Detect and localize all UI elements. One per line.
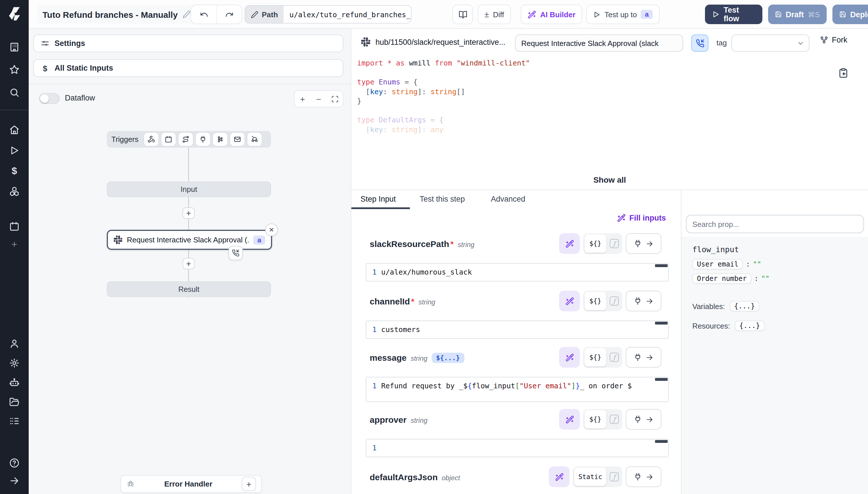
variables-expand-chip[interactable]: {...} — [730, 301, 760, 311]
websocket-trigger-icon[interactable] — [196, 133, 210, 146]
hub-script-path[interactable]: hub/11500/slack/request_interactive... — [361, 37, 506, 46]
docs-book-button[interactable] — [452, 5, 473, 24]
function-mode-icon[interactable]: ƒ — [607, 469, 621, 485]
function-mode-icon[interactable]: ƒ — [607, 235, 621, 252]
folders-icon[interactable] — [9, 397, 20, 407]
resources-expand-chip[interactable]: {...} — [735, 321, 765, 331]
field-value-editor[interactable]: 1 Refund request by _${flow_input["User … — [366, 377, 669, 402]
ai-fill-button[interactable] — [559, 347, 580, 368]
schedules-calendar-icon[interactable] — [9, 221, 20, 231]
path-label[interactable]: Path — [245, 6, 283, 23]
add-step-button-bottom[interactable]: + — [182, 258, 195, 269]
tab-step-input[interactable]: Step Input — [360, 195, 396, 203]
create-plus-icon[interactable]: + — [9, 239, 20, 249]
runs-icon[interactable] — [9, 145, 20, 156]
windmill-logo-icon[interactable] — [6, 6, 22, 22]
expand-rail-arrow-icon[interactable] — [9, 476, 20, 486]
connect-input-button[interactable] — [626, 409, 661, 430]
ai-builder-button[interactable]: AI Builder — [521, 5, 583, 24]
copy-code-icon[interactable] — [838, 68, 848, 78]
user-icon[interactable] — [9, 338, 20, 349]
field-value-editor[interactable]: 1 customers — [366, 321, 669, 339]
poll-trigger-icon[interactable] — [248, 133, 262, 146]
field-value-editor[interactable]: 1 — [366, 439, 669, 457]
ai-fill-button[interactable] — [559, 409, 580, 430]
code-editor-preview[interactable]: import * as wmill from "windmill-client"… — [351, 59, 868, 190]
flow-input-root[interactable]: flow_input — [692, 245, 868, 254]
scrollbar-thumb[interactable] — [655, 322, 668, 325]
prop-key-chip[interactable]: User email — [692, 259, 743, 269]
favorites-star-icon[interactable] — [9, 64, 20, 75]
function-mode-icon[interactable]: ƒ — [607, 349, 621, 365]
static-mode-selected[interactable]: Static — [574, 468, 606, 486]
resources-boxes-icon[interactable] — [9, 186, 20, 196]
settings-gear-icon[interactable] — [9, 358, 20, 368]
tab-test-this-step[interactable]: Test this step — [420, 195, 465, 203]
step-name-input[interactable]: Request Interactive Slack Approval (slac… — [515, 35, 683, 52]
diff-button[interactable]: ±Diff — [478, 5, 511, 24]
field-value-editor[interactable]: 1 u/alex/humorous_slack — [366, 263, 669, 282]
home-icon[interactable] — [9, 125, 20, 135]
scrollbar-thumb[interactable] — [655, 440, 668, 443]
deploy-button[interactable]: Deploy — [832, 5, 868, 24]
fit-view-button[interactable] — [328, 93, 341, 105]
email-trigger-icon[interactable] — [230, 133, 244, 146]
expr-mode-selected[interactable]: ${} — [585, 410, 606, 429]
tab-advanced[interactable]: Advanced — [491, 195, 525, 203]
connect-input-button[interactable] — [626, 467, 661, 487]
zoom-out-button[interactable]: − — [312, 93, 325, 105]
connect-input-button[interactable] — [626, 291, 661, 311]
kafka-trigger-icon[interactable] — [213, 133, 227, 146]
audit-logs-icon[interactable] — [9, 416, 20, 426]
slack-icon — [114, 235, 122, 244]
undo-button[interactable] — [191, 5, 216, 23]
edit-title-pencil-icon[interactable] — [182, 10, 190, 18]
toggle-knob — [40, 94, 49, 103]
draft-button[interactable]: Draft⌘S — [768, 5, 827, 24]
search-prop-input[interactable] — [692, 220, 858, 228]
zoom-in-button[interactable]: + — [296, 93, 309, 105]
prop-key-chip[interactable]: Order number — [692, 273, 751, 284]
tag-select[interactable] — [731, 35, 809, 52]
search-icon[interactable] — [9, 87, 20, 98]
help-icon[interactable] — [9, 458, 20, 468]
all-static-inputs-row[interactable]: $ All Static Inputs — [33, 59, 343, 77]
delete-step-button[interactable]: ✕ — [265, 224, 278, 236]
path-input[interactable]: u/alex/tuto_refund_branches_ — [283, 6, 411, 23]
workers-robot-icon[interactable] — [9, 377, 20, 388]
triggers-node[interactable]: Triggers — [107, 131, 271, 148]
test-flow-button[interactable]: Test flow — [705, 5, 762, 24]
http-route-trigger-icon[interactable] — [179, 133, 193, 146]
variables-dollar-icon[interactable]: $ — [9, 166, 20, 176]
test-up-to-button[interactable]: Test up toa — [586, 5, 659, 24]
settings-row[interactable]: Settings — [33, 35, 343, 52]
expr-mode-selected[interactable]: ${} — [585, 234, 606, 253]
suspend-approval-button[interactable] — [691, 35, 708, 52]
error-handler-node[interactable]: Error Handler + — [121, 475, 262, 493]
add-error-handler-button[interactable]: + — [242, 477, 256, 491]
slack-approval-step-node[interactable]: Request Interactive Slack Approval (... … — [107, 230, 272, 250]
connect-input-button[interactable] — [626, 233, 661, 254]
function-mode-icon[interactable]: ƒ — [607, 411, 621, 428]
ai-fill-button[interactable] — [549, 467, 570, 487]
scrollbar-thumb[interactable] — [655, 378, 668, 381]
show-all-button[interactable]: Show all — [351, 175, 868, 184]
expr-mode-selected[interactable]: ${} — [585, 348, 606, 366]
scrollbar-thumb[interactable] — [655, 264, 668, 267]
ai-fill-button[interactable] — [559, 233, 580, 254]
result-node[interactable]: Result — [107, 282, 271, 297]
ai-fill-button[interactable] — [559, 291, 580, 311]
function-mode-icon[interactable]: ƒ — [607, 293, 621, 309]
webhook-trigger-icon[interactable] — [144, 133, 158, 146]
add-step-button-top[interactable]: + — [182, 207, 195, 219]
code-line: } — [351, 96, 868, 106]
workspace-icon[interactable] — [9, 42, 20, 52]
fill-inputs-button[interactable]: Fill inputs — [351, 214, 666, 222]
connect-input-button[interactable] — [626, 347, 661, 368]
expr-mode-selected[interactable]: ${} — [585, 292, 606, 310]
schedule-trigger-icon[interactable] — [161, 133, 176, 146]
dataflow-toggle[interactable] — [39, 93, 60, 104]
fork-button[interactable]: Fork — [820, 36, 847, 44]
input-node[interactable]: Input — [107, 182, 271, 197]
redo-button[interactable] — [216, 5, 242, 23]
